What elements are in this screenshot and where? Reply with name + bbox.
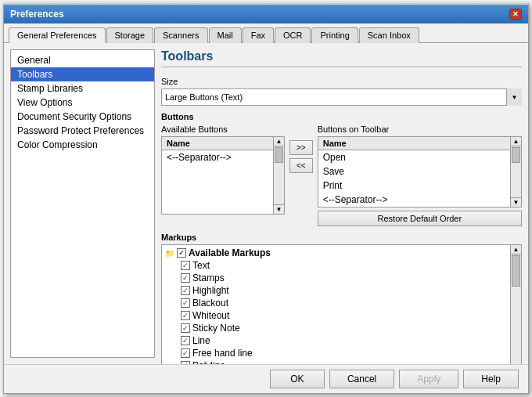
markups-item-sticky-note[interactable]: Sticky Note: [162, 322, 510, 334]
whiteout-label: Whiteout: [192, 310, 229, 321]
close-button[interactable]: ✕: [509, 9, 522, 20]
available-buttons-col: Available Buttons Name <--Separator--> ▲…: [161, 125, 285, 215]
stamps-checkbox[interactable]: [181, 273, 190, 283]
sidebar-item-color-compression[interactable]: Color Compression: [11, 138, 154, 152]
preferences-window: Preferences ✕ General Preferences Storag…: [3, 3, 529, 394]
apply-button[interactable]: Apply: [399, 370, 458, 388]
markups-item-whiteout[interactable]: Whiteout: [162, 309, 510, 322]
remove-from-toolbar-button[interactable]: <<: [289, 158, 313, 173]
markups-root-checkbox[interactable]: [177, 248, 186, 258]
highlight-label: Highlight: [192, 285, 229, 296]
tab-ocr[interactable]: OCR: [275, 27, 311, 43]
markups-item-line[interactable]: Line: [162, 334, 510, 347]
blackout-checkbox[interactable]: [181, 298, 190, 308]
add-to-toolbar-button[interactable]: >>: [289, 140, 313, 155]
arrow-buttons: >> <<: [285, 125, 318, 173]
tab-mail[interactable]: Mail: [209, 27, 242, 43]
markups-item-highlight[interactable]: Highlight: [162, 284, 510, 297]
markups-item-blackout[interactable]: Blackout: [162, 297, 510, 309]
text-checkbox[interactable]: [181, 261, 190, 270]
size-section: Size Large Buttons (Text) Small Buttons …: [161, 77, 522, 106]
help-button[interactable]: Help: [463, 370, 519, 388]
available-scrollbar[interactable]: ▲ ▼: [273, 137, 284, 214]
toolbar-item-open[interactable]: Open: [318, 150, 510, 164]
toolbar-col-header: Name: [318, 137, 510, 150]
title-bar: Preferences ✕: [4, 5, 528, 23]
size-select-wrapper: Large Buttons (Text) Small Buttons Large…: [161, 88, 522, 106]
available-col-header: Name: [162, 137, 273, 150]
available-buttons-list[interactable]: Name <--Separator--> ▲ ▼: [161, 136, 285, 215]
toolbar-scroll-thumb[interactable]: [512, 147, 520, 163]
folder-icon: 📁: [165, 249, 174, 258]
markups-scrollbar[interactable]: ▲ ▼: [510, 245, 521, 364]
buttons-row: Available Buttons Name <--Separator--> ▲…: [161, 125, 522, 226]
restore-default-order-button[interactable]: Restore Default Order: [318, 211, 522, 226]
sidebar-item-view-options[interactable]: View Options: [11, 96, 154, 110]
panel-title: Toolbars: [161, 49, 522, 67]
toolbar-scrollbar[interactable]: ▲ ▼: [510, 137, 521, 207]
markups-list-content: 📁 Available Markups Text Stamps: [162, 245, 510, 364]
available-scroll-thumb[interactable]: [275, 147, 283, 163]
tab-storage[interactable]: Storage: [106, 27, 154, 43]
highlight-checkbox[interactable]: [181, 286, 190, 295]
sidebar-item-password-protect[interactable]: Password Protect Preferences: [11, 124, 154, 138]
markups-scroll-thumb[interactable]: [512, 255, 520, 287]
cancel-button[interactable]: Cancel: [329, 370, 394, 388]
toolbar-buttons-label: Buttons on Toolbar: [318, 125, 522, 134]
text-label: Text: [192, 260, 210, 271]
sticky-note-label: Sticky Note: [192, 323, 240, 334]
markups-section: Markups 📁 Available Markups Text: [161, 233, 522, 364]
size-select[interactable]: Large Buttons (Text) Small Buttons Large…: [161, 88, 522, 106]
size-label: Size: [161, 77, 522, 86]
ok-button[interactable]: OK: [270, 370, 325, 388]
sidebar-item-general[interactable]: General: [11, 53, 154, 67]
sidebar-item-stamp-libraries[interactable]: Stamp Libraries: [11, 81, 154, 96]
tab-printing[interactable]: Printing: [311, 27, 358, 43]
available-buttons-label: Available Buttons: [161, 125, 285, 134]
toolbar-item-print[interactable]: Print: [318, 179, 510, 193]
freehand-checkbox[interactable]: [181, 348, 190, 358]
toolbar-buttons-list[interactable]: Name Open Save Print <--Separator--> ▲ ▼: [318, 136, 522, 208]
buttons-section: Buttons Available Buttons Name <--Separa…: [161, 112, 522, 226]
sidebar: General Toolbars Stamp Libraries View Op…: [10, 49, 155, 358]
toolbar-item-save[interactable]: Save: [318, 164, 510, 179]
markups-root-label: Available Markups: [189, 247, 271, 258]
markups-item-freehand-line[interactable]: Free hand line: [162, 347, 510, 359]
available-item-separator[interactable]: <--Separator-->: [162, 150, 273, 164]
buttons-label: Buttons: [161, 112, 522, 121]
line-checkbox[interactable]: [181, 336, 190, 345]
markups-item-stamps[interactable]: Stamps: [162, 272, 510, 284]
tab-scanners[interactable]: Scanners: [154, 27, 207, 43]
line-label: Line: [192, 335, 210, 346]
blackout-label: Blackout: [192, 298, 228, 309]
stamps-label: Stamps: [192, 272, 225, 283]
content-area: General Toolbars Stamp Libraries View Op…: [4, 43, 528, 364]
tab-fax[interactable]: Fax: [243, 27, 274, 43]
markups-root-item[interactable]: 📁 Available Markups: [162, 247, 510, 259]
whiteout-checkbox[interactable]: [181, 311, 190, 320]
main-panel: Toolbars Size Large Buttons (Text) Small…: [161, 49, 522, 358]
window-title: Preferences: [10, 9, 64, 20]
markups-label: Markups: [161, 233, 522, 242]
markups-list: 📁 Available Markups Text Stamps: [161, 244, 522, 364]
tab-bar: General Preferences Storage Scanners Mai…: [4, 23, 528, 43]
freehand-label: Free hand line: [192, 348, 253, 359]
toolbar-item-separator[interactable]: <--Separator-->: [318, 193, 510, 207]
toolbar-list-content: Name Open Save Print <--Separator-->: [318, 137, 510, 207]
toolbar-buttons-col: Buttons on Toolbar Name Open Save Print …: [318, 125, 522, 226]
sidebar-item-toolbars[interactable]: Toolbars: [11, 67, 154, 81]
tab-scan-inbox[interactable]: Scan Inbox: [359, 27, 419, 43]
tab-general-preferences[interactable]: General Preferences: [9, 27, 106, 43]
available-list-content: Name <--Separator-->: [162, 137, 273, 214]
markups-item-text[interactable]: Text: [162, 259, 510, 272]
sidebar-item-doc-security[interactable]: Document Security Options: [11, 110, 154, 124]
title-bar-buttons: ✕: [509, 9, 522, 20]
sticky-note-checkbox[interactable]: [181, 323, 190, 333]
footer: OK Cancel Apply Help: [4, 364, 528, 393]
